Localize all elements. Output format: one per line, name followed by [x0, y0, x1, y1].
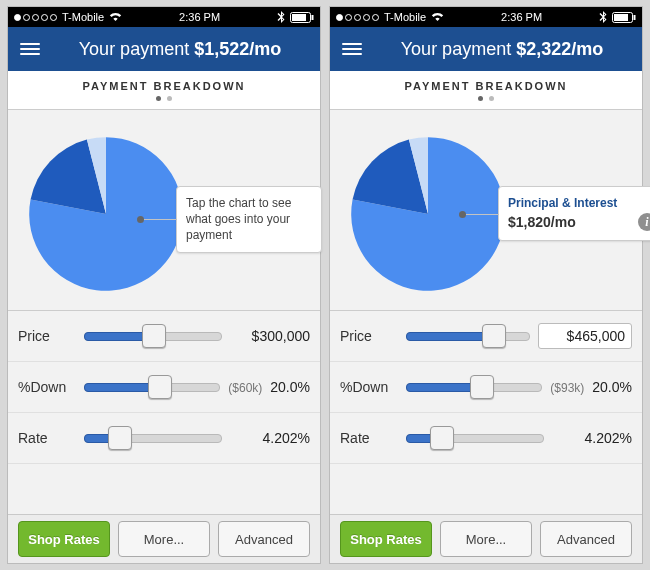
rate-value: 4.202% [230, 430, 310, 446]
battery-icon [612, 12, 636, 23]
carrier-label: T-Mobile [384, 11, 426, 23]
footer-bar: Shop Rates More... Advanced [330, 514, 642, 563]
price-value: $300,000 [230, 328, 310, 344]
info-icon[interactable]: i [638, 213, 650, 231]
wifi-icon [431, 12, 444, 22]
screenshot-left: T-Mobile 2:36 PM Your payment $1,522/mo [7, 6, 321, 564]
menu-icon[interactable] [342, 43, 362, 55]
down-slider[interactable] [84, 373, 220, 401]
breakdown-label: PAYMENT BREAKDOWN [405, 80, 568, 92]
signal-dots-icon [14, 14, 57, 21]
svg-rect-2 [312, 15, 314, 20]
advanced-button[interactable]: Advanced [218, 521, 310, 557]
page-title: Your payment $2,322/mo [374, 39, 630, 60]
advanced-button[interactable]: Advanced [540, 521, 632, 557]
rate-label: Rate [340, 430, 398, 446]
chart-tooltip: Principal & Interest $1,820/mo i [498, 186, 650, 241]
breakdown-header: PAYMENT BREAKDOWN [330, 71, 642, 110]
down-slider[interactable] [406, 373, 542, 401]
down-row: %Down ($60k)20.0% [8, 362, 320, 413]
status-time: 2:36 PM [501, 11, 542, 23]
wifi-icon [109, 12, 122, 22]
menu-icon[interactable] [20, 43, 40, 55]
rate-row: Rate 4.202% [330, 413, 642, 464]
slider-panel: Price $300,000 %Down ($60k)20.0% Rate [8, 310, 320, 464]
rate-label: Rate [18, 430, 76, 446]
app-header: Your payment $2,322/mo [330, 27, 642, 71]
price-slider[interactable] [406, 322, 530, 350]
bluetooth-icon [599, 11, 607, 23]
down-value: ($60k)20.0% [228, 379, 310, 395]
price-slider[interactable] [84, 322, 222, 350]
price-label: Price [18, 328, 76, 344]
rate-row: Rate 4.202% [8, 413, 320, 464]
more-button[interactable]: More... [440, 521, 532, 557]
price-row: Price $300,000 [8, 311, 320, 362]
rate-slider[interactable] [84, 424, 222, 452]
screenshot-right: T-Mobile 2:36 PM Your payment $2,322/mo [329, 6, 643, 564]
status-bar: T-Mobile 2:36 PM [330, 7, 642, 27]
app-header: Your payment $1,522/mo [8, 27, 320, 71]
more-button[interactable]: More... [118, 521, 210, 557]
slider-panel: Price $465,000 %Down ($93k)20.0% Rate [330, 310, 642, 464]
svg-rect-1 [292, 14, 306, 21]
tooltip-value: $1,820/mo [508, 213, 634, 232]
chart-area: Tap the chart to see what goes into your… [8, 110, 320, 310]
shop-rates-button[interactable]: Shop Rates [18, 521, 110, 557]
down-label: %Down [18, 379, 76, 395]
svg-rect-5 [634, 15, 636, 20]
chart-area: Principal & Interest $1,820/mo i [330, 110, 642, 310]
breakdown-header: PAYMENT BREAKDOWN [8, 71, 320, 110]
signal-dots-icon [336, 14, 379, 21]
shop-rates-button[interactable]: Shop Rates [340, 521, 432, 557]
status-bar: T-Mobile 2:36 PM [8, 7, 320, 27]
price-row: Price $465,000 [330, 311, 642, 362]
svg-rect-4 [614, 14, 628, 21]
footer-bar: Shop Rates More... Advanced [8, 514, 320, 563]
price-input[interactable]: $465,000 [538, 323, 632, 349]
page-indicator[interactable] [478, 96, 494, 101]
breakdown-label: PAYMENT BREAKDOWN [83, 80, 246, 92]
payment-pie-chart[interactable] [26, 134, 186, 294]
status-time: 2:36 PM [179, 11, 220, 23]
page-title: Your payment $1,522/mo [52, 39, 308, 60]
tooltip-category: Principal & Interest [508, 195, 634, 211]
chart-tooltip: Tap the chart to see what goes into your… [176, 186, 322, 253]
bluetooth-icon [277, 11, 285, 23]
carrier-label: T-Mobile [62, 11, 104, 23]
page-indicator[interactable] [156, 96, 172, 101]
down-value: ($93k)20.0% [550, 379, 632, 395]
rate-slider[interactable] [406, 424, 544, 452]
price-label: Price [340, 328, 398, 344]
down-label: %Down [340, 379, 398, 395]
rate-value: 4.202% [552, 430, 632, 446]
down-row: %Down ($93k)20.0% [330, 362, 642, 413]
battery-icon [290, 12, 314, 23]
